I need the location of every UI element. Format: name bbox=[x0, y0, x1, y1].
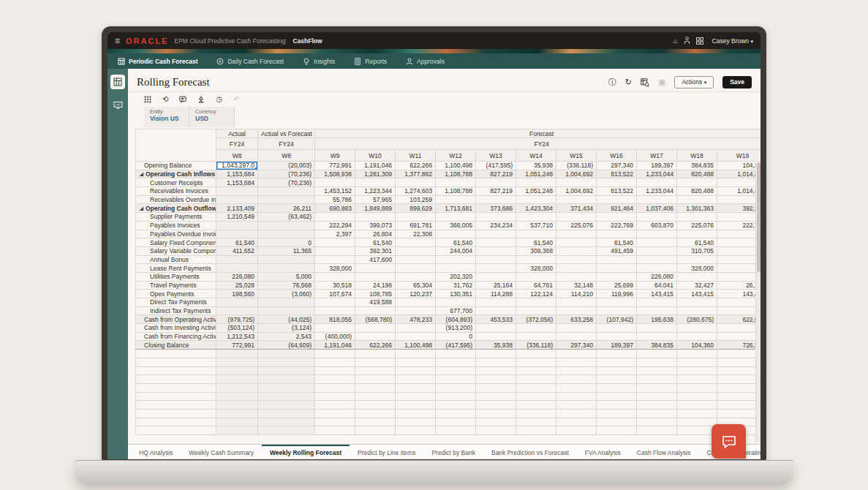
grid-cell[interactable]: 22,308 bbox=[396, 230, 436, 238]
grid-cell[interactable] bbox=[637, 358, 677, 366]
grid-cell[interactable] bbox=[216, 298, 258, 307]
grid-cell[interactable]: 373,686 bbox=[476, 204, 516, 213]
grid-cell[interactable]: 478,233 bbox=[396, 315, 436, 324]
grid-cell[interactable]: 1,051,248 bbox=[516, 187, 556, 196]
grid-cell[interactable]: 35,938 bbox=[476, 341, 516, 350]
grid-cell[interactable] bbox=[597, 358, 637, 366]
grid-cell[interactable] bbox=[355, 272, 396, 281]
grid-cell[interactable]: 297,340 bbox=[597, 162, 637, 170]
grid-cell[interactable] bbox=[677, 324, 717, 333]
grid-cell[interactable] bbox=[597, 306, 637, 315]
row-label[interactable] bbox=[136, 409, 216, 418]
grid-cell[interactable]: 384,835 bbox=[637, 341, 677, 350]
grid-cell[interactable]: 2,543 bbox=[258, 332, 315, 341]
bottom-tab-hq-analysis[interactable]: HQ Analysis bbox=[131, 445, 181, 459]
grid-cell[interactable] bbox=[396, 306, 436, 315]
nav-tab-reports[interactable]: Reports bbox=[354, 53, 387, 69]
grid-cell[interactable] bbox=[258, 392, 315, 401]
grid-cell[interactable] bbox=[355, 358, 396, 366]
row-label[interactable] bbox=[136, 392, 216, 401]
grid-cell[interactable] bbox=[516, 366, 556, 375]
grid-cell[interactable] bbox=[258, 366, 315, 375]
grid-cell[interactable] bbox=[315, 298, 355, 307]
grid-cell[interactable] bbox=[258, 358, 315, 366]
row-label[interactable]: Cash from Financing Activities bbox=[136, 332, 216, 341]
grid-cell[interactable] bbox=[396, 298, 436, 307]
grid-cell[interactable] bbox=[516, 426, 556, 435]
grid-cell[interactable] bbox=[516, 401, 556, 410]
grid-cell[interactable] bbox=[717, 246, 761, 255]
grid-cell[interactable]: 1,191,046 bbox=[315, 341, 355, 350]
grid-cell[interactable] bbox=[556, 213, 597, 222]
grid-cell[interactable]: 328,000 bbox=[516, 264, 556, 273]
grid-cell[interactable] bbox=[216, 255, 258, 264]
row-label[interactable]: Direct Tax Payments bbox=[136, 298, 216, 307]
grid-cell[interactable]: 11,365 bbox=[258, 246, 315, 255]
grid-cell[interactable] bbox=[436, 213, 476, 222]
grid-cell[interactable] bbox=[476, 238, 516, 247]
grid-cell[interactable] bbox=[216, 375, 258, 384]
grid-cell[interactable]: (979,725) bbox=[216, 315, 258, 324]
grid-cell[interactable] bbox=[315, 255, 355, 264]
grid-cell[interactable]: 453,533 bbox=[476, 315, 516, 324]
grid-cell[interactable]: 1,223,344 bbox=[355, 187, 396, 196]
grid-cell[interactable]: 130,351 bbox=[436, 290, 476, 298]
grid-cell[interactable]: 222,769 bbox=[717, 221, 761, 230]
grid-cell[interactable] bbox=[556, 418, 597, 426]
grid-cell[interactable] bbox=[597, 272, 637, 281]
grid-cell[interactable] bbox=[677, 350, 717, 358]
grid-cell[interactable]: (336,118) bbox=[516, 341, 556, 350]
week-header[interactable]: W13 bbox=[476, 150, 516, 162]
grid-cell[interactable] bbox=[216, 230, 258, 238]
grid-cell[interactable] bbox=[315, 392, 355, 401]
grid-cell[interactable]: 122,124 bbox=[516, 290, 556, 298]
info-icon[interactable]: ⓘ bbox=[608, 78, 616, 86]
grid-cell[interactable]: 25,164 bbox=[476, 281, 516, 290]
grid-cell[interactable]: 26,804 bbox=[355, 230, 396, 238]
grid-cell[interactable] bbox=[637, 418, 677, 426]
grid-cell[interactable]: 1,233,044 bbox=[637, 170, 677, 178]
grid-cell[interactable] bbox=[516, 358, 556, 366]
week-header[interactable]: W17 bbox=[637, 150, 677, 162]
sidebar-item-dashboard[interactable] bbox=[110, 98, 125, 113]
grid-cell[interactable] bbox=[597, 350, 637, 358]
home-icon[interactable]: ⌂ bbox=[673, 37, 678, 45]
grid-cell[interactable]: 108,785 bbox=[355, 290, 396, 298]
grid-cell[interactable] bbox=[315, 426, 355, 435]
grid-cell[interactable] bbox=[677, 392, 717, 401]
grid-cell[interactable] bbox=[717, 213, 761, 222]
grid-cell[interactable] bbox=[216, 418, 258, 426]
grid-cell[interactable]: 1,051,248 bbox=[516, 170, 556, 178]
grid-cell[interactable] bbox=[216, 392, 258, 401]
grid-cell[interactable] bbox=[556, 255, 597, 264]
grid-cell[interactable] bbox=[396, 401, 436, 410]
row-label[interactable]: Salary Fixed Component bbox=[136, 238, 216, 247]
row-label[interactable]: Cash from Investing Activities bbox=[136, 324, 216, 333]
grid-cell[interactable] bbox=[717, 375, 761, 384]
grid-cell[interactable] bbox=[516, 213, 556, 222]
grid-cell[interactable]: 226,080 bbox=[637, 272, 677, 281]
grid-cell[interactable]: 1,274,603 bbox=[396, 187, 436, 196]
grid-cell[interactable] bbox=[717, 366, 761, 375]
grid-cell[interactable] bbox=[436, 264, 476, 273]
grid-cell[interactable]: 677,700 bbox=[436, 306, 476, 315]
grid-cell[interactable] bbox=[476, 358, 516, 366]
grid-cell[interactable] bbox=[436, 230, 476, 238]
grid-cell[interactable] bbox=[436, 366, 476, 375]
grid-cell[interactable] bbox=[597, 409, 637, 418]
grid-cell[interactable]: (604,893) bbox=[436, 315, 476, 324]
row-label[interactable]: Cash from Operating Activities bbox=[136, 315, 216, 324]
grid-cell[interactable] bbox=[516, 178, 556, 187]
grid-cell[interactable] bbox=[556, 426, 597, 435]
grid-cell[interactable] bbox=[717, 255, 761, 264]
grid-cell[interactable] bbox=[355, 401, 396, 410]
grid-cell[interactable]: 1,004,692 bbox=[556, 187, 597, 196]
grid-cell[interactable] bbox=[476, 418, 516, 426]
grid-cell[interactable] bbox=[637, 246, 677, 255]
week-header[interactable]: W11 bbox=[396, 150, 436, 162]
grid-cell[interactable] bbox=[677, 401, 717, 410]
grid-cell[interactable] bbox=[436, 375, 476, 384]
grid-cell[interactable]: (64,609) bbox=[258, 341, 315, 350]
bottom-tab-weekly-cash-summary[interactable]: Weekly Cash Summary bbox=[181, 445, 262, 459]
grid-cell[interactable] bbox=[396, 255, 436, 264]
